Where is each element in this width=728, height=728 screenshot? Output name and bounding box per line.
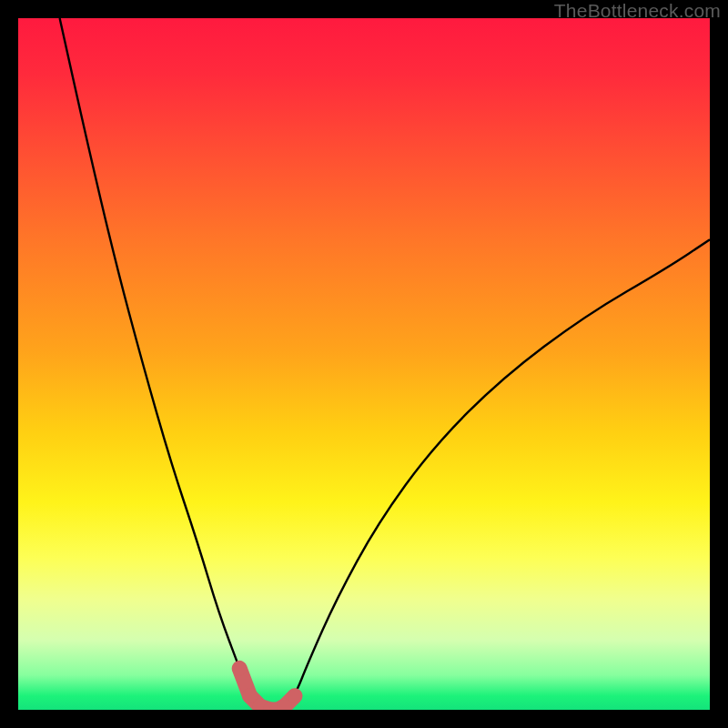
plot-area (18, 18, 710, 710)
chart-root: TheBottleneck.com (0, 0, 728, 728)
optimal-marker-dot (232, 661, 247, 675)
optimal-marker-dot (288, 689, 302, 703)
optimal-markers (232, 661, 302, 710)
curve-layer (18, 18, 710, 710)
bottleneck-curve (60, 18, 710, 710)
